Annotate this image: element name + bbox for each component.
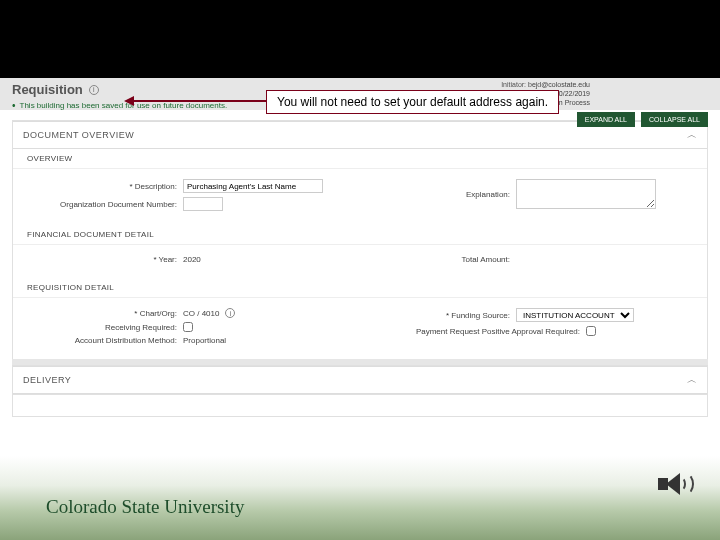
collapse-all-button[interactable]: COLLAPSE ALL xyxy=(641,112,708,127)
info-icon[interactable]: i xyxy=(225,308,235,318)
csu-logo: Colorado State University xyxy=(46,496,244,518)
org-doc-number-input[interactable] xyxy=(183,197,223,211)
section-delivery[interactable]: DELIVERY ︿ xyxy=(13,366,707,394)
funding-source-select[interactable]: INSTITUTION ACCOUNT xyxy=(516,308,634,322)
label-total-amount: Total Amount: xyxy=(360,255,510,264)
expand-all-button[interactable]: EXPAND ALL xyxy=(577,112,635,127)
label-explanation: Explanation: xyxy=(360,190,510,199)
subsection-overview: OVERVIEW xyxy=(13,149,707,169)
document-overview-panel: DOCUMENT OVERVIEW ︿ OVERVIEW Description… xyxy=(12,120,708,359)
subsection-requisition-detail: REQUISITION DETAIL xyxy=(13,278,707,298)
page-title: Requisition xyxy=(12,82,83,97)
chevron-up-icon: ︿ xyxy=(687,128,698,142)
description-input[interactable] xyxy=(183,179,323,193)
distribution-method-value: Proportional xyxy=(183,336,226,345)
chart-org-value: CO / 4010 xyxy=(183,309,219,318)
top-black-bar xyxy=(0,0,720,78)
subsection-financial-detail: FINANCIAL DOCUMENT DETAIL xyxy=(13,225,707,245)
bullet-icon: • xyxy=(12,102,16,110)
explanation-textarea[interactable] xyxy=(516,179,656,209)
chevron-up-icon: ︿ xyxy=(687,373,698,387)
label-chart-org: Chart/Org: xyxy=(27,309,177,318)
info-icon[interactable]: i xyxy=(89,85,99,95)
annotation-arrow-line xyxy=(132,100,266,102)
annotation-callout: You will not need to set your default ad… xyxy=(266,90,559,114)
delivery-body xyxy=(12,395,708,417)
label-receiving-required: Receiving Required: xyxy=(27,323,177,332)
label-description: Description: xyxy=(27,182,177,191)
footer-band: Colorado State University xyxy=(0,456,720,540)
payment-request-approval-checkbox[interactable] xyxy=(586,326,596,336)
speaker-icon xyxy=(654,468,694,502)
label-year: Year: xyxy=(27,255,177,264)
label-org-doc-number: Organization Document Number: xyxy=(27,200,177,209)
label-funding-source: Funding Source: xyxy=(360,311,510,320)
label-payment-request-approval: Payment Request Positive Approval Requir… xyxy=(360,327,580,336)
year-value: 2020 xyxy=(183,255,201,264)
receiving-required-checkbox[interactable] xyxy=(183,322,193,332)
label-distribution-method: Account Distribution Method: xyxy=(27,336,177,345)
delivery-panel: DELIVERY ︿ xyxy=(12,365,708,395)
